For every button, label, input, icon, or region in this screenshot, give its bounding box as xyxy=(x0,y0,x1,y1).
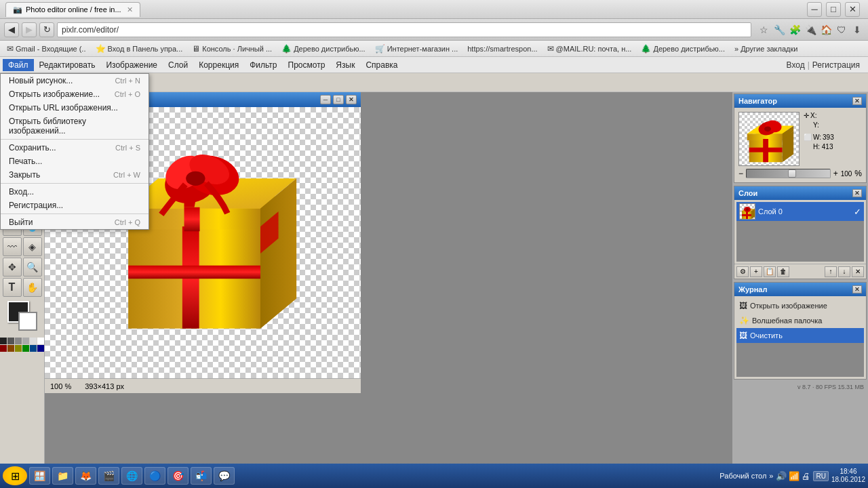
download-icon[interactable]: ⬇ xyxy=(850,23,864,37)
bookmark-panel[interactable]: ⭐ Вход в Панель упра... xyxy=(93,43,186,55)
menu-open-image[interactable]: Открыть изображение... Ctrl + O xyxy=(1,87,149,101)
bookmark-shop[interactable]: 🛒 Интернет-магазин ... xyxy=(372,43,461,55)
menu-file[interactable]: Файл xyxy=(3,59,34,71)
taskbar-mail[interactable]: 📬 xyxy=(191,467,212,485)
tab-close-button[interactable]: ✕ xyxy=(127,5,133,14)
tools-icon[interactable]: 🔧 xyxy=(772,23,786,37)
hand-tool[interactable]: ✋ xyxy=(23,278,42,297)
menu-close[interactable]: Закрыть Ctrl + W xyxy=(1,168,149,182)
refresh-button[interactable]: ↻ xyxy=(39,22,54,37)
navigator-panel: Навигатор ✕ xyxy=(734,94,867,183)
forward-button[interactable]: ▶ xyxy=(22,22,37,37)
menu-save[interactable]: Сохранить... Ctrl + S xyxy=(1,141,149,155)
journal-close-button[interactable]: ✕ xyxy=(852,285,862,293)
volume-icon[interactable]: 🔊 xyxy=(776,471,787,481)
layer-visibility-check[interactable]: ✓ xyxy=(854,207,861,217)
layers-delete-btn[interactable]: 🗑 xyxy=(777,266,789,277)
layers-btn3[interactable]: 📋 xyxy=(764,266,776,277)
taskbar-chrome[interactable]: 🔵 xyxy=(144,467,165,485)
addon2-icon[interactable]: 🔌 xyxy=(804,23,817,37)
text-tool[interactable]: T xyxy=(3,278,22,297)
journal-row-wand[interactable]: ✨ Волшебная палочка xyxy=(736,313,864,328)
start-button[interactable]: ⊞ xyxy=(3,466,27,485)
login-link[interactable]: Вход xyxy=(787,60,805,70)
zoom-minus-icon[interactable]: − xyxy=(738,169,743,178)
layer-row-0[interactable]: Слой 0 ✓ xyxy=(736,202,864,221)
addon-icon[interactable]: 🧩 xyxy=(788,23,802,37)
minimize-button[interactable]: ─ xyxy=(807,2,822,17)
journal-row-clear[interactable]: 🖼 Очистить xyxy=(736,328,864,343)
menu-layer[interactable]: Слой xyxy=(163,59,193,71)
menu-open-library[interactable]: Открыть библиотеку изображений... xyxy=(1,115,149,138)
menu-open-url[interactable]: Открыть URL изображения... xyxy=(1,101,149,115)
zoom-plus-icon[interactable]: + xyxy=(833,169,838,178)
menu-register[interactable]: Регистрация... xyxy=(1,199,149,212)
bookmark-tree2[interactable]: 🌲 Дерево дистрибью... xyxy=(638,43,728,55)
svg-rect-31 xyxy=(742,214,751,216)
taskbar-media-icon: 🎬 xyxy=(103,470,115,481)
menu-correction[interactable]: Коррекция xyxy=(193,59,244,71)
taskbar-firefox[interactable]: 🦊 xyxy=(75,467,96,485)
layers-up-btn[interactable]: ↑ xyxy=(825,266,837,277)
menu-edit[interactable]: Редактировать xyxy=(34,59,101,71)
maximize-button[interactable]: □ xyxy=(826,2,841,17)
printer-icon[interactable]: 🖨 xyxy=(802,471,810,481)
back-button[interactable]: ◀ xyxy=(4,22,19,37)
menu-quit[interactable]: Выйти Ctrl + Q xyxy=(1,216,149,229)
sharpen-tool[interactable]: ◈ xyxy=(23,237,42,256)
bookmark-smart[interactable]: https://smartrespon... xyxy=(465,43,540,55)
smudge-tool[interactable]: 〰 xyxy=(3,237,22,256)
close-button[interactable]: ✕ xyxy=(845,2,860,17)
doc-minimize-button[interactable]: ─ xyxy=(320,95,331,104)
taskbar-mail-icon: 📬 xyxy=(195,470,207,481)
taskbar-ie[interactable]: 🌐 xyxy=(121,467,142,485)
journal-row-open[interactable]: 🖼 Открыть изображение xyxy=(736,298,864,313)
bookmark-tree1[interactable]: 🌲 Дерево дистрибью... xyxy=(279,43,368,55)
taskbar-chat[interactable]: 💬 xyxy=(214,467,235,485)
taskbar-files[interactable]: 📁 xyxy=(52,467,73,485)
network-icon[interactable]: 📶 xyxy=(789,471,800,481)
taskbar-media[interactable]: 🎬 xyxy=(98,467,119,485)
shield-icon[interactable]: 🛡 xyxy=(835,23,848,37)
menu-view[interactable]: Просмотр xyxy=(283,59,331,71)
taskbar-explorer-icon: 🪟 xyxy=(34,470,45,481)
color-swatch[interactable] xyxy=(7,301,37,331)
doc-close-button[interactable]: ✕ xyxy=(346,95,357,104)
menu-filter[interactable]: Фильтр xyxy=(244,59,282,71)
doc-maximize-button[interactable]: □ xyxy=(333,95,344,104)
language-button[interactable]: RU xyxy=(813,471,828,481)
background-color[interactable] xyxy=(18,312,37,331)
taskbar-explorer[interactable]: 🪟 xyxy=(29,467,50,485)
taskbar-target[interactable]: 🎯 xyxy=(167,467,189,485)
taskbar-files-icon: 📁 xyxy=(57,470,68,481)
menu-login[interactable]: Вход... xyxy=(1,185,149,199)
navigator-close-button[interactable]: ✕ xyxy=(852,97,862,105)
taskbar-expand-icon[interactable]: » xyxy=(769,472,773,480)
layers-close-button[interactable]: ✕ xyxy=(852,189,862,197)
address-bar[interactable]: pixlr.com/editor/ xyxy=(57,22,751,37)
bookmark-more[interactable]: » Другие закладки xyxy=(732,43,800,55)
layers-down-btn[interactable]: ↓ xyxy=(838,266,850,277)
document-controls: ─ □ ✕ xyxy=(320,95,357,104)
layers-settings-btn[interactable]: ⚙ xyxy=(736,266,749,277)
bookmark-console-label: Консоль · Личный ... xyxy=(202,45,272,53)
menu-image[interactable]: Изображение xyxy=(100,59,163,71)
home-icon[interactable]: 🏠 xyxy=(819,23,833,37)
menu-language[interactable]: Язык xyxy=(330,59,360,71)
zoom-tool[interactable]: 🔍 xyxy=(23,258,42,277)
zoom-slider[interactable] xyxy=(746,169,831,178)
menu-new[interactable]: Новый рисунок... Ctrl + N xyxy=(1,74,149,87)
x-label: X: xyxy=(810,112,816,119)
menu-print[interactable]: Печать... xyxy=(1,155,149,168)
bookmark-gmail[interactable]: ✉ Gmail - Входящие (.. xyxy=(4,43,89,55)
move-tool[interactable]: ✥ xyxy=(3,258,22,277)
bookmark-console[interactable]: 🖥 Консоль · Личный ... xyxy=(189,43,275,55)
zoom-handle[interactable] xyxy=(788,169,796,178)
menu-help[interactable]: Справка xyxy=(360,59,403,71)
layers-add-btn[interactable]: + xyxy=(750,266,762,277)
browser-tab[interactable]: 📷 Photo editor online / free in... ✕ xyxy=(5,2,140,17)
star-icon[interactable]: ☆ xyxy=(757,23,770,37)
register-link[interactable]: Регистрация xyxy=(812,60,860,70)
layers-trash-btn[interactable]: ✕ xyxy=(852,266,864,277)
bookmark-mail[interactable]: ✉ @MAIL.RU: почта, н... xyxy=(545,43,635,55)
